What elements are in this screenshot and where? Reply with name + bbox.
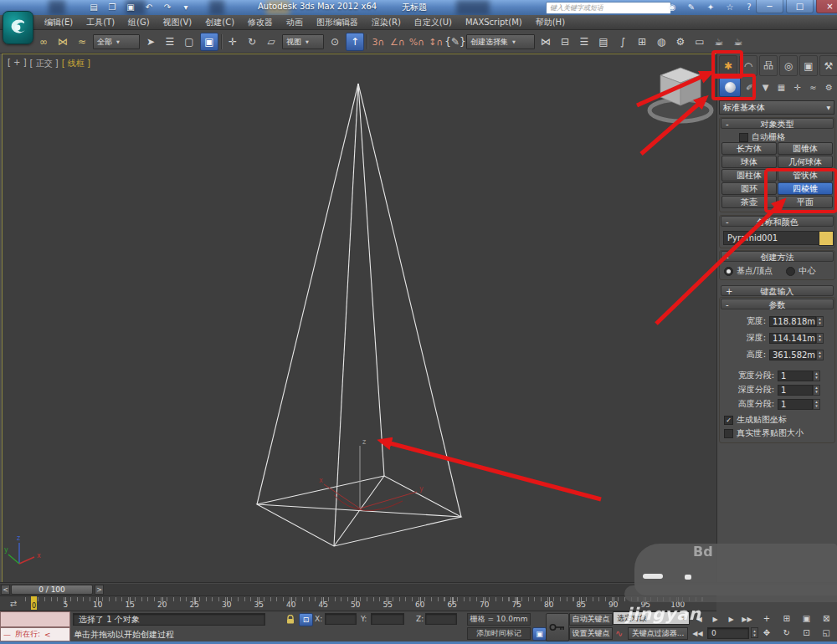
go-to-start-icon[interactable]: ◀◀: [691, 627, 704, 639]
height-segs-field[interactable]: 1: [778, 399, 813, 410]
spinner-icon[interactable]: [816, 316, 824, 327]
spinner-icon[interactable]: [816, 350, 824, 360]
maxscript-listener-white[interactable]: — 所在行: <: [0, 627, 70, 641]
menu-edit[interactable]: 编辑(E): [39, 17, 79, 28]
pan-icon[interactable]: ✥: [757, 626, 776, 639]
communication-center-icon[interactable]: ✦: [705, 1, 716, 13]
obj-plane-button[interactable]: 平面: [778, 196, 833, 208]
menu-graph-editors[interactable]: 图形编辑器: [311, 17, 364, 28]
curve-editor-icon[interactable]: ∫: [614, 33, 631, 50]
edit-named-selection-sets-icon[interactable]: {✎}: [447, 33, 464, 50]
render-setup-icon[interactable]: ⚙: [672, 33, 689, 50]
schematic-view-icon[interactable]: ⊞: [634, 33, 650, 50]
category-geometry-button[interactable]: [719, 77, 741, 97]
depth-segs-field[interactable]: 1: [778, 385, 813, 396]
category-helpers-icon[interactable]: ✛: [790, 79, 804, 95]
mirror-icon[interactable]: ⋈: [537, 33, 554, 50]
current-frame-input[interactable]: 0: [707, 627, 749, 639]
y-coord-input[interactable]: [371, 613, 404, 625]
tab-create[interactable]: ✱: [719, 55, 737, 76]
render-iterative-teapot-icon[interactable]: ☕: [730, 33, 747, 50]
maximize-button[interactable]: □: [786, 0, 814, 13]
viewport-orthographic[interactable]: [ + ] [ 正交 ] [ 线框 ]: [2, 54, 718, 584]
key-mode-curve-icon[interactable]: ∿: [613, 627, 625, 639]
absolute-mode-transform-icon[interactable]: ⊡: [299, 613, 313, 626]
viewport-menu-plus[interactable]: [ + ]: [8, 58, 27, 69]
infocenter-pen-icon[interactable]: ✎: [686, 1, 697, 13]
obj-sphere-button[interactable]: 球体: [721, 156, 777, 168]
selection-lock-icon[interactable]: [284, 613, 296, 625]
primitive-category-dropdown[interactable]: 标准基本体 ▼: [719, 100, 834, 115]
viewport-projection-label[interactable]: [ 正交 ]: [30, 58, 59, 69]
tab-display[interactable]: ▣: [799, 55, 818, 76]
favorites-icon[interactable]: ☆: [724, 1, 736, 13]
autogrid-checkbox[interactable]: 自动栅格: [739, 131, 785, 143]
close-button[interactable]: ×: [816, 0, 837, 13]
obj-pyramid-button[interactable]: 四棱锥: [778, 182, 833, 195]
go-end-icon[interactable]: ▶▶: [741, 613, 753, 625]
minimize-button[interactable]: −: [756, 0, 783, 13]
time-slider-handle[interactable]: 0 / 100: [11, 585, 93, 595]
key-filters-button[interactable]: 关键点过滤器...: [628, 627, 688, 640]
quick-access-more-icon[interactable]: ▾: [179, 1, 193, 13]
layer-manager-icon[interactable]: ☰: [576, 33, 593, 50]
angle-snap-icon[interactable]: ∠∩: [389, 33, 406, 50]
set-key-button[interactable]: 设置关键点: [569, 627, 613, 640]
viewcube[interactable]: [650, 68, 711, 121]
z-coord-input[interactable]: [425, 613, 457, 625]
maximize-viewport-icon[interactable]: ◱: [817, 626, 835, 639]
time-slider-prev-button[interactable]: <: [1, 585, 10, 595]
category-cameras-icon[interactable]: ▦: [774, 79, 788, 95]
menu-customize[interactable]: 自定义(U): [408, 17, 458, 28]
radio-center[interactable]: 中心: [786, 265, 815, 277]
graphite-modeling-icon[interactable]: ▤: [595, 33, 612, 50]
rectangular-selection-region-icon[interactable]: ▢: [181, 33, 198, 50]
depth-field[interactable]: 114.141m: [769, 333, 816, 344]
width-field[interactable]: 118.818m: [769, 316, 816, 327]
select-and-scale-icon[interactable]: ▱: [263, 33, 280, 50]
spinner-snap-icon[interactable]: ↕∩: [428, 33, 444, 50]
obj-torus-button[interactable]: 圆环: [721, 182, 777, 195]
category-shapes-icon[interactable]: ✐: [742, 79, 757, 95]
search-icon[interactable]: ◉: [666, 1, 678, 13]
select-by-name-icon[interactable]: ☰: [162, 33, 178, 50]
menu-help[interactable]: 帮助(H): [530, 17, 571, 28]
x-coord-input[interactable]: [325, 613, 357, 625]
track-bar[interactable]: ⇄ 5 10 15 20 25 30 35 40: [0, 596, 716, 611]
zoom-all-icon[interactable]: ⊞: [778, 612, 796, 625]
redo-icon[interactable]: ↷: [161, 1, 174, 13]
auto-key-button[interactable]: 自动关键点: [569, 613, 613, 626]
save-file-icon[interactable]: ▣: [124, 1, 137, 13]
spinner-icon[interactable]: [813, 385, 820, 396]
name-color-header[interactable]: - 名称和颜色: [721, 216, 834, 227]
obj-geosphere-button[interactable]: 几何球体: [778, 156, 833, 168]
new-file-icon[interactable]: ▤: [87, 1, 100, 13]
snaps-toggle-icon[interactable]: 3∩: [370, 33, 387, 50]
spinner-icon[interactable]: [813, 371, 820, 381]
search-input[interactable]: 键入关键字或短语: [546, 2, 671, 14]
category-space-warps-icon[interactable]: ≈: [806, 79, 820, 95]
spinner-icon[interactable]: [813, 399, 820, 410]
select-object-icon[interactable]: ➤: [142, 33, 159, 50]
zoom-icon[interactable]: +: [757, 612, 776, 625]
creation-method-header[interactable]: - 创建方法: [721, 251, 834, 262]
tab-hierarchy[interactable]: 品: [759, 55, 778, 76]
use-pivot-center-icon[interactable]: ⊙: [326, 33, 343, 50]
current-frame-marker[interactable]: 0: [31, 596, 37, 610]
select-and-manipulate-toggle[interactable]: ↑: [346, 33, 364, 51]
real-world-map-size-checkbox[interactable]: 真实世界贴图大小: [724, 427, 804, 439]
render-production-teapot-icon[interactable]: ☕: [711, 33, 727, 50]
object-color-swatch[interactable]: [819, 231, 834, 246]
prev-key-icon[interactable]: ◀: [693, 613, 706, 625]
undo-icon[interactable]: ↶: [142, 1, 156, 13]
tab-motion[interactable]: ◎: [779, 55, 798, 76]
viewport-shading-label[interactable]: [ 线框 ]: [62, 58, 90, 69]
mini-trackview-icon[interactable]: ⇄: [5, 597, 22, 609]
menu-group[interactable]: 组(G): [122, 17, 156, 28]
time-slider-track[interactable]: < 0 / 100 >: [0, 584, 716, 596]
select-and-move-icon[interactable]: ✛: [224, 33, 241, 50]
selected-objects-dropdown[interactable]: 选定对象: [613, 611, 690, 625]
play-icon[interactable]: ▶: [709, 613, 721, 625]
obj-cone-button[interactable]: 圆锥体: [778, 142, 833, 155]
tab-modify[interactable]: ◠: [739, 55, 757, 76]
